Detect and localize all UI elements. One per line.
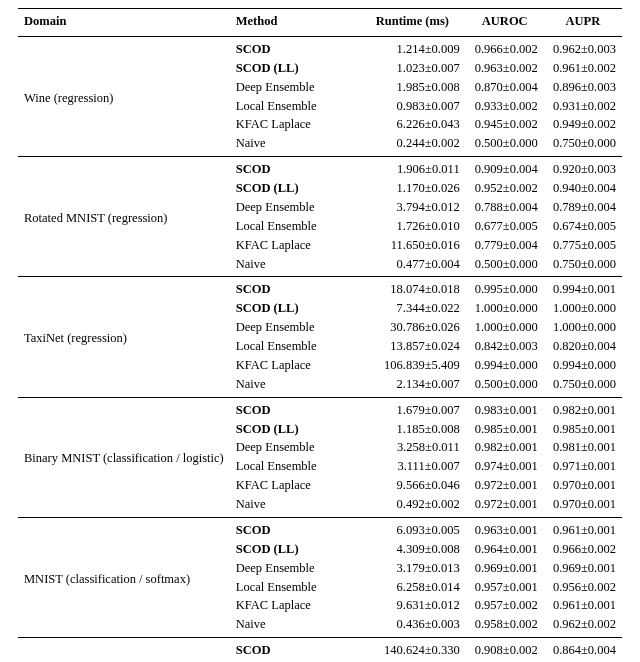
auroc-cell: 0.870±0.004 xyxy=(466,78,544,97)
aupr-cell: 0.962±0.003 xyxy=(544,36,622,58)
method-cell: SCOD xyxy=(230,157,359,179)
runtime-cell: 9.566±0.046 xyxy=(359,476,466,495)
auroc-cell: 0.974±0.001 xyxy=(466,457,544,476)
auroc-cell: 0.966±0.002 xyxy=(466,36,544,58)
runtime-cell: 1.214±0.009 xyxy=(359,36,466,58)
method-cell: SCOD xyxy=(230,638,359,660)
table-row: Wine (regression)SCOD1.214±0.0090.966±0.… xyxy=(18,36,622,58)
method-cell: Naive xyxy=(230,134,359,156)
method-cell: SCOD (LL) xyxy=(230,59,359,78)
runtime-cell: 0.477±0.004 xyxy=(359,255,466,277)
runtime-cell: 18.074±0.018 xyxy=(359,277,466,299)
auroc-cell: 0.952±0.002 xyxy=(466,179,544,198)
method-cell: Deep Ensemble xyxy=(230,318,359,337)
aupr-cell: 0.750±0.000 xyxy=(544,134,622,156)
runtime-cell: 6.226±0.043 xyxy=(359,115,466,134)
method-cell: Deep Ensemble xyxy=(230,438,359,457)
runtime-cell: 3.794±0.012 xyxy=(359,198,466,217)
runtime-cell: 6.258±0.014 xyxy=(359,578,466,597)
aupr-cell: 0.949±0.002 xyxy=(544,115,622,134)
method-cell: SCOD (LL) xyxy=(230,299,359,318)
auroc-cell: 0.957±0.001 xyxy=(466,578,544,597)
method-cell: KFAC Laplace xyxy=(230,596,359,615)
runtime-cell: 3.258±0.011 xyxy=(359,438,466,457)
runtime-cell: 1.679±0.007 xyxy=(359,397,466,419)
aupr-cell: 0.750±0.000 xyxy=(544,255,622,277)
domain-cell: TaxiNet (regression) xyxy=(18,277,230,397)
runtime-cell: 2.134±0.007 xyxy=(359,375,466,397)
aupr-cell: 1.000±0.000 xyxy=(544,299,622,318)
results-table: Domain Method Runtime (ms) AUROC AUPR Wi… xyxy=(18,8,622,662)
aupr-cell: 1.000±0.000 xyxy=(544,318,622,337)
auroc-cell: 1.000±0.000 xyxy=(466,299,544,318)
method-cell: Naive xyxy=(230,255,359,277)
col-header-auroc: AUROC xyxy=(466,9,544,37)
method-cell: KFAC Laplace xyxy=(230,476,359,495)
method-cell: SCOD (LL) xyxy=(230,420,359,439)
auroc-cell: 0.779±0.004 xyxy=(466,236,544,255)
auroc-cell: 0.500±0.000 xyxy=(466,134,544,156)
domain-cell: MNIST (classification / softmax) xyxy=(18,517,230,637)
aupr-cell: 0.920±0.003 xyxy=(544,157,622,179)
aupr-cell: 0.961±0.002 xyxy=(544,59,622,78)
aupr-cell: 0.961±0.001 xyxy=(544,596,622,615)
runtime-cell: 9.631±0.012 xyxy=(359,596,466,615)
col-header-runtime: Runtime (ms) xyxy=(359,9,466,37)
method-cell: KFAC Laplace xyxy=(230,236,359,255)
auroc-cell: 0.958±0.002 xyxy=(466,615,544,637)
table-row: MNIST (classification / softmax)SCOD6.09… xyxy=(18,517,622,539)
aupr-cell: 0.982±0.001 xyxy=(544,397,622,419)
method-cell: SCOD (LL) xyxy=(230,540,359,559)
method-cell: Naive xyxy=(230,375,359,397)
method-cell: SCOD xyxy=(230,517,359,539)
aupr-cell: 0.896±0.003 xyxy=(544,78,622,97)
auroc-cell: 1.000±0.000 xyxy=(466,318,544,337)
table-row: TaxiNet (regression)SCOD18.074±0.0180.99… xyxy=(18,277,622,299)
auroc-cell: 0.995±0.000 xyxy=(466,277,544,299)
runtime-cell: 1.906±0.011 xyxy=(359,157,466,179)
auroc-cell: 0.957±0.002 xyxy=(466,596,544,615)
runtime-cell: 13.857±0.024 xyxy=(359,337,466,356)
runtime-cell: 30.786±0.026 xyxy=(359,318,466,337)
auroc-cell: 0.500±0.000 xyxy=(466,255,544,277)
auroc-cell: 0.985±0.001 xyxy=(466,420,544,439)
method-cell: KFAC Laplace xyxy=(230,115,359,134)
auroc-cell: 0.963±0.002 xyxy=(466,59,544,78)
method-cell: SCOD xyxy=(230,36,359,58)
auroc-cell: 0.945±0.002 xyxy=(466,115,544,134)
auroc-cell: 0.972±0.001 xyxy=(466,495,544,517)
aupr-cell: 0.820±0.004 xyxy=(544,337,622,356)
method-cell: Local Ensemble xyxy=(230,97,359,116)
results-table-container: Domain Method Runtime (ms) AUROC AUPR Wi… xyxy=(0,0,640,662)
domain-cell: Wine (regression) xyxy=(18,36,230,156)
auroc-cell: 0.994±0.000 xyxy=(466,356,544,375)
aupr-cell: 0.962±0.002 xyxy=(544,615,622,637)
runtime-cell: 1.985±0.008 xyxy=(359,78,466,97)
aupr-cell: 0.674±0.005 xyxy=(544,217,622,236)
aupr-cell: 0.970±0.001 xyxy=(544,476,622,495)
runtime-cell: 0.492±0.002 xyxy=(359,495,466,517)
method-cell: SCOD (LL) xyxy=(230,179,359,198)
method-cell: SCOD xyxy=(230,277,359,299)
runtime-cell: 1.185±0.008 xyxy=(359,420,466,439)
col-header-domain: Domain xyxy=(18,9,230,37)
method-cell: Deep Ensemble xyxy=(230,559,359,578)
aupr-cell: 0.940±0.004 xyxy=(544,179,622,198)
aupr-cell: 0.971±0.001 xyxy=(544,457,622,476)
method-cell: Naive xyxy=(230,615,359,637)
auroc-cell: 0.983±0.001 xyxy=(466,397,544,419)
method-cell: Local Ensemble xyxy=(230,337,359,356)
aupr-cell: 0.985±0.001 xyxy=(544,420,622,439)
auroc-cell: 0.677±0.005 xyxy=(466,217,544,236)
col-header-method: Method xyxy=(230,9,359,37)
runtime-cell: 3.111±0.007 xyxy=(359,457,466,476)
auroc-cell: 0.964±0.001 xyxy=(466,540,544,559)
aupr-cell: 0.981±0.001 xyxy=(544,438,622,457)
domain-cell: CIFAR10 (classification / softmax) xyxy=(18,638,230,662)
runtime-cell: 4.309±0.008 xyxy=(359,540,466,559)
aupr-cell: 0.775±0.005 xyxy=(544,236,622,255)
method-cell: Deep Ensemble xyxy=(230,78,359,97)
col-header-aupr: AUPR xyxy=(544,9,622,37)
auroc-cell: 0.933±0.002 xyxy=(466,97,544,116)
auroc-cell: 0.788±0.004 xyxy=(466,198,544,217)
